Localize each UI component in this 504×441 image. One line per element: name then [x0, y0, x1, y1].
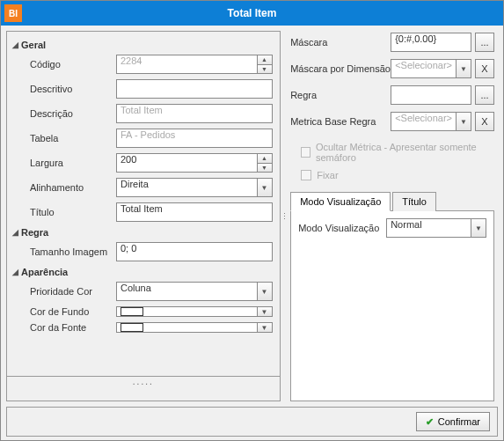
- check-icon: ✔: [426, 416, 434, 428]
- descricao-field: Total Item: [116, 104, 273, 123]
- mascara-field[interactable]: {0:#,0.00}: [391, 33, 471, 52]
- mascara-dim-field[interactable]: <Selecionar>: [391, 59, 456, 78]
- tab-titulo[interactable]: Título: [392, 192, 436, 211]
- cor-fundo-dropdown-icon[interactable]: ▼: [257, 306, 273, 317]
- cor-fonte-label: Cor da Fonte: [12, 322, 116, 333]
- prioridade-cor-label: Prioridade Cor: [12, 286, 116, 297]
- cor-fundo-field[interactable]: [116, 306, 257, 317]
- codigo-field: 2284: [116, 55, 257, 74]
- alinhamento-field[interactable]: Direita: [116, 178, 257, 197]
- metrica-base-dropdown-icon[interactable]: ▼: [456, 112, 471, 131]
- confirm-button[interactable]: ✔ Confirmar: [416, 412, 490, 431]
- descritivo-label: Descritivo: [12, 84, 116, 94]
- chk-fixar-row[interactable]: Fixar: [301, 170, 494, 180]
- largura-field[interactable]: 200: [116, 153, 257, 173]
- section-geral-header[interactable]: ◢ Geral: [12, 40, 273, 50]
- cor-fundo-swatch: [121, 307, 143, 316]
- regra-right-field[interactable]: [391, 85, 471, 105]
- metrica-base-clear-button[interactable]: X: [475, 112, 494, 131]
- tab-body: Modo Visualização Normal ▼: [290, 211, 494, 401]
- cor-fonte-swatch: [121, 323, 143, 332]
- codigo-label: Código: [12, 59, 116, 70]
- metrica-base-label: Metrica Base Regra: [290, 116, 391, 127]
- cor-fonte-field[interactable]: [116, 322, 257, 333]
- cor-fundo-label: Cor de Fundo: [12, 306, 116, 317]
- titulo-field[interactable]: Total Item: [116, 202, 273, 222]
- chk-ocultar-row[interactable]: Ocultar Métrica - Apresentar somente sem…: [301, 142, 494, 163]
- codigo-spin-down[interactable]: ▼: [257, 64, 273, 75]
- mascara-label: Máscara: [290, 37, 391, 48]
- section-regra-label: Regra: [21, 227, 48, 238]
- section-aparencia-header[interactable]: ◢ Aparência: [12, 267, 273, 277]
- mascara-more-button[interactable]: ...: [475, 33, 494, 52]
- chk-fixar-box[interactable]: [301, 170, 311, 180]
- metrica-base-field[interactable]: <Selecionar>: [391, 112, 456, 131]
- left-panel-footer: .....: [6, 377, 281, 401]
- alinhamento-label: Alinhamento: [12, 182, 116, 193]
- section-geral-label: Geral: [21, 40, 46, 50]
- prioridade-cor-field[interactable]: Coluna: [116, 282, 257, 301]
- modo-vis-dropdown-icon[interactable]: ▼: [471, 218, 486, 238]
- modo-vis-field[interactable]: Normal: [386, 218, 471, 238]
- window-title: Total Item: [228, 7, 277, 19]
- cor-fonte-dropdown-icon[interactable]: ▼: [257, 322, 273, 333]
- dialog-footer: ✔ Confirmar: [6, 407, 498, 437]
- tabela-field: FA - Pedidos: [116, 129, 273, 148]
- collapse-icon: ◢: [12, 40, 21, 49]
- mascara-dim-clear-button[interactable]: X: [475, 59, 494, 78]
- dialog-total-item: BI Total Item ◢ Geral Código 2284 ▲ ▼: [0, 0, 504, 441]
- largura-spin-up[interactable]: ▲: [257, 153, 273, 163]
- confirm-label: Confirmar: [438, 416, 480, 427]
- mascara-dim-dropdown-icon[interactable]: ▼: [456, 59, 471, 78]
- collapse-icon: ◢: [12, 268, 21, 276]
- prioridade-cor-dropdown-icon[interactable]: ▼: [257, 282, 273, 301]
- right-tabs: Modo Visualização Título: [290, 191, 494, 211]
- splitter-handle[interactable]: ⋮: [281, 31, 289, 401]
- mascara-dim-label: Máscara por Dimensão: [290, 63, 391, 74]
- descritivo-field[interactable]: [116, 79, 273, 99]
- titulo-label: Título: [12, 207, 116, 217]
- codigo-spin-up[interactable]: ▲: [257, 55, 273, 64]
- regra-more-button[interactable]: ...: [475, 85, 494, 105]
- section-regra-header[interactable]: ◢ Regra: [12, 227, 273, 238]
- chk-ocultar-box[interactable]: [301, 147, 310, 158]
- descricao-label: Descrição: [12, 108, 116, 119]
- collapse-icon: ◢: [12, 228, 21, 237]
- left-property-panel: ◢ Geral Código 2284 ▲ ▼ Descritivo: [6, 31, 281, 377]
- titlebar[interactable]: BI Total Item: [1, 1, 503, 26]
- modo-vis-label: Modo Visualização: [298, 223, 386, 233]
- chk-ocultar-label: Ocultar Métrica - Apresentar somente sem…: [316, 142, 494, 163]
- largura-label: Largura: [12, 158, 116, 168]
- tabela-label: Tabela: [12, 133, 116, 143]
- alinhamento-dropdown-icon[interactable]: ▼: [257, 178, 273, 197]
- tamanho-imagem-label: Tamanho Imagem: [12, 246, 116, 257]
- tamanho-imagem-field[interactable]: 0; 0: [116, 242, 273, 261]
- regra-right-label: Regra: [290, 90, 391, 100]
- largura-spin-down[interactable]: ▼: [257, 163, 273, 173]
- chk-fixar-label: Fixar: [317, 170, 338, 180]
- section-aparencia-label: Aparência: [21, 267, 68, 277]
- tab-modo-visualizacao[interactable]: Modo Visualização: [290, 192, 391, 211]
- app-icon: BI: [4, 4, 22, 22]
